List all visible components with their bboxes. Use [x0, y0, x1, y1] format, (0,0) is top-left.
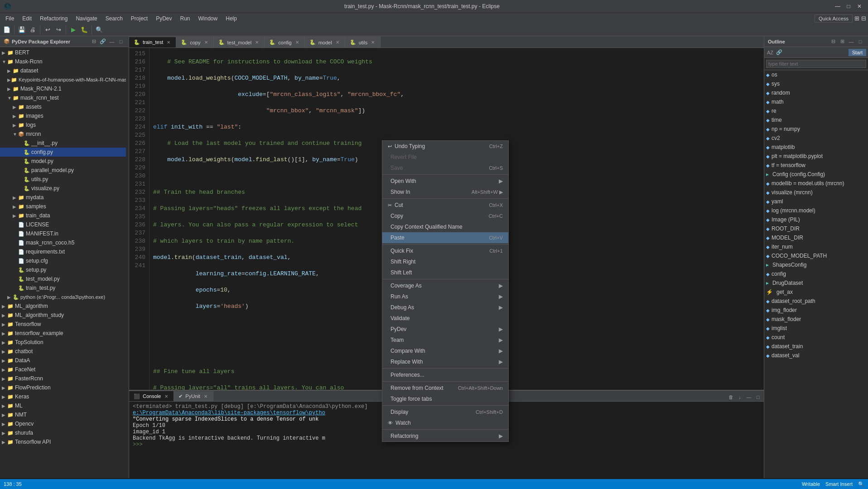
collapse-all-button[interactable]: ⊟	[90, 38, 98, 46]
tree-item-assets[interactable]: ▶ 📁 assets	[0, 102, 126, 111]
print-button[interactable]: 🖨	[28, 25, 38, 35]
outline-item-np[interactable]: ◆np = numpy	[764, 125, 868, 134]
outline-maximize-button[interactable]: □	[856, 38, 864, 46]
tab-close-utils[interactable]: ✕	[370, 39, 376, 45]
tree-item-flowpred[interactable]: ▶ 📁 FlowPrediction	[0, 383, 126, 392]
tree-item-mask-rcnn-test[interactable]: ▼ 📁 mask_rcnn_test	[0, 93, 126, 102]
outline-item-visualize[interactable]: ◆visualize (mrcnn)	[764, 188, 868, 197]
ctx-toggle-force-tabs[interactable]: Toggle force tabs	[382, 393, 508, 404]
outline-item-dataset-train[interactable]: ◆dataset_train	[764, 342, 868, 351]
tree-item-mrcnn[interactable]: ▼ 📦 mrcnn	[0, 129, 126, 139]
outline-item-root-dir[interactable]: ◆ROOT_DIR	[764, 224, 868, 233]
outline-item-time[interactable]: ◆time	[764, 115, 868, 125]
outline-item-model-dir[interactable]: ◆MODEL_DIR	[764, 233, 868, 242]
ctx-coverage-as[interactable]: Coverage As ▶	[382, 280, 508, 291]
tree-item-config-py[interactable]: 🐍 config.py	[0, 148, 126, 157]
tab-close-train-test[interactable]: ✕	[166, 39, 171, 45]
tree-item-fasterrcnn[interactable]: ▶ 📁 FasterRcnn	[0, 374, 126, 383]
tree-item-mydata[interactable]: ▶ 📁 mydata	[0, 193, 126, 202]
tree-item-ml-algo[interactable]: ▶ 📁 ML_algorithm	[0, 302, 126, 311]
outline-item-dataset-root[interactable]: ◆dataset_root_path	[764, 297, 868, 306]
quick-access-button[interactable]: Quick Access	[815, 14, 853, 23]
tree-item-setup-cfg[interactable]: 📄 setup.cfg	[0, 256, 126, 265]
ctx-debug-as[interactable]: Debug As ▶	[382, 302, 508, 313]
outline-filter-input[interactable]	[766, 60, 866, 68]
menu-edit[interactable]: Edit	[19, 14, 35, 23]
outline-item-math[interactable]: ◆math	[764, 97, 868, 106]
ctx-open-with[interactable]: Open With ▶	[382, 176, 508, 187]
tree-item-chatbot[interactable]: ▶ 📁 chatbot	[0, 347, 126, 356]
ctx-preferences[interactable]: Preferences...	[382, 369, 508, 380]
outline-item-drug-dataset[interactable]: ▸DrugDataset	[764, 278, 868, 288]
tree-item-nmt[interactable]: ▶ 📁 NMT	[0, 410, 126, 419]
outline-item-img-floder[interactable]: ◆img_floder	[764, 306, 868, 315]
tree-item-dataset[interactable]: ▶ 📁 dataset	[0, 66, 126, 75]
outline-item-get-ax[interactable]: ⚡get_ax	[764, 288, 868, 297]
tab-close-console[interactable]: ✕	[164, 393, 169, 399]
tree-item-license[interactable]: 📄 LICENSE	[0, 220, 126, 229]
console-maximize-button[interactable]: □	[754, 393, 762, 401]
menu-refactoring[interactable]: Refactoring	[36, 14, 71, 23]
outline-item-iter-num[interactable]: ◆iter_num	[764, 242, 868, 251]
maximize-button[interactable]: □	[844, 1, 854, 11]
tree-item-images[interactable]: ▶ 📁 images	[0, 111, 126, 120]
outline-item-re[interactable]: ◆re	[764, 106, 868, 115]
tree-item-samples[interactable]: ▶ 📁 samples	[0, 202, 126, 211]
debug-button[interactable]: 🐛	[79, 25, 89, 35]
outline-expand-button[interactable]: ⊞	[838, 38, 846, 46]
tab-close-config[interactable]: ✕	[294, 39, 300, 45]
redo-button[interactable]: ↪	[53, 25, 63, 35]
tree-item-opencv[interactable]: ▶ 📁 Opencv	[0, 419, 126, 428]
outline-item-plt[interactable]: ◆plt = matplotlib.pyplot	[764, 152, 868, 161]
ctx-team[interactable]: Team ▶	[382, 335, 508, 345]
ctx-copy-qualified[interactable]: Copy Context Qualified Name	[382, 221, 508, 232]
outline-minimize-button[interactable]: —	[847, 38, 855, 46]
tree-item-logs[interactable]: ▶ 📁 logs	[0, 120, 126, 129]
minimize-panel-button[interactable]: —	[108, 38, 116, 46]
outline-item-tf[interactable]: ◆tf = tensorflow	[764, 161, 868, 170]
tree-item-ml-algo-study[interactable]: ▶ 📁 ML_algorithm_study	[0, 311, 126, 320]
menu-file[interactable]: File	[2, 14, 18, 23]
search-button[interactable]: 🔍	[94, 25, 104, 35]
minimize-button[interactable]: —	[833, 1, 843, 11]
ctx-cut[interactable]: ✂Cut Ctrl+X	[382, 200, 508, 211]
menu-pydev[interactable]: PyDev	[152, 14, 175, 23]
ctx-run-as[interactable]: Run As ▶	[382, 291, 508, 302]
tree-item-init[interactable]: 🐍 __init__.py	[0, 139, 126, 148]
new-button[interactable]: 📄	[2, 25, 12, 35]
ctx-watch[interactable]: 👁Watch	[382, 417, 508, 428]
outline-item-shapes-config[interactable]: ▸ShapesConfig	[764, 260, 868, 269]
ctx-paste[interactable]: Paste Ctrl+V	[382, 232, 508, 243]
close-button[interactable]: ✕	[854, 1, 864, 11]
tab-copy[interactable]: 🐍 copy ✕	[176, 37, 213, 48]
tree-item-visualize[interactable]: 🐍 visualize.py	[0, 184, 126, 193]
tree-item-utils-py[interactable]: 🐍 utils.py	[0, 175, 126, 184]
ctx-validate[interactable]: Validate	[382, 313, 508, 324]
tab-pyunit[interactable]: ✔ PyUnit ✕	[174, 391, 213, 401]
outline-item-cv2[interactable]: ◆cv2	[764, 134, 868, 143]
tree-item-topsolution[interactable]: ▶ 📁 TopSolution	[0, 338, 126, 347]
tab-close-copy[interactable]: ✕	[203, 39, 209, 45]
tab-utils[interactable]: 🐍 utils ✕	[345, 37, 381, 48]
outline-item-mask-floder[interactable]: ◆mask_floder	[764, 315, 868, 324]
tree-item-train-test-py[interactable]: 🐍 train_test.py	[0, 283, 126, 292]
tab-close-model[interactable]: ✕	[335, 39, 340, 45]
outline-sort-button[interactable]: AZ	[766, 48, 774, 57]
ctx-quick-fix[interactable]: Quick Fix Ctrl+1	[382, 245, 508, 256]
tree-item-tf-api[interactable]: ▶ 📁 Tensorflow API	[0, 437, 126, 446]
toolbar-view-btn[interactable]: ⊟	[861, 15, 866, 22]
tree-item-model-py[interactable]: 🐍 model.py	[0, 157, 126, 166]
outline-link-button[interactable]: 🔗	[775, 48, 783, 57]
ctx-pydev[interactable]: PyDev ▶	[382, 324, 508, 335]
tree-item-tf-example[interactable]: ▶ 📁 tensorflow_example	[0, 329, 126, 338]
ctx-copy[interactable]: Copy Ctrl+C	[382, 211, 508, 221]
ctx-remove-context[interactable]: Remove from Context Ctrl+Alt+Shift+Down	[382, 383, 508, 393]
tree-item-facenet[interactable]: ▶ 📁 FaceNet	[0, 365, 126, 374]
outline-item-log[interactable]: ◆log (mrcnn.model)	[764, 206, 868, 215]
save-button[interactable]: 💾	[17, 25, 27, 35]
ctx-display[interactable]: Display Ctrl+Shift+D	[382, 407, 508, 417]
tree-item-mask-rcnn-2[interactable]: ▶ 📁 Mask_RCNN-2.1	[0, 84, 126, 93]
outline-item-matplotlib[interactable]: ◆matplotlib	[764, 143, 868, 152]
tree-item-manifest[interactable]: 📄 MANIFEST.in	[0, 229, 126, 238]
tree-item-bert[interactable]: ▶ 📁 BERT	[0, 48, 126, 57]
